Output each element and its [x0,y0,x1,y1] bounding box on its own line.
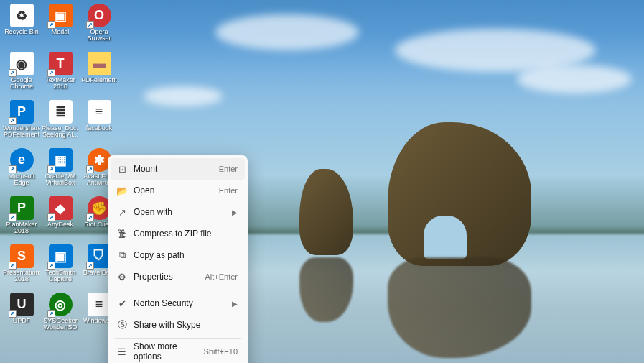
desktop-icon[interactable]: P↗PlanMaker 2018 [3,196,40,242]
desktop-icon-label: facebook [86,125,113,132]
menu-item[interactable]: ⧉Copy as path [111,244,245,266]
menu-item[interactable]: ⓈShare with Skype [111,314,245,336]
menu-item-icon: Ⓢ [115,318,129,331]
shortcut-overlay-icon: ↗ [47,213,55,221]
app-icon: U↗ [10,293,34,316]
desktop-icon[interactable]: ◉↗Google Chrome [3,51,40,98]
cloud-decoration [517,65,632,93]
menu-item[interactable]: ↗Open with▶ [111,201,245,223]
wallpaper-rock [299,169,353,255]
menu-item-icon: ⊡ [115,164,129,175]
app-icon: ▦↗ [49,148,73,172]
desktop-icon[interactable]: ▣↗TechSmith Capture [42,244,79,290]
menu-item[interactable]: ☰Show more optionsShift+F10 [111,341,245,362]
app-icon: S↗ [10,244,34,268]
menu-item[interactable]: ⚙PropertiesAlt+Enter [111,266,245,288]
shortcut-overlay-icon: ↗ [9,69,17,77]
menu-item-icon: ⧉ [115,249,129,261]
menu-item-label: Open with [134,207,232,217]
shortcut-overlay-icon: ↗ [47,165,55,173]
cloud-decoration [215,14,359,50]
desktop-icon-label: TextMaker 2018 [42,77,79,91]
app-icon: ◉↗ [10,52,34,75]
shortcut-overlay-icon: ↗ [86,165,94,173]
app-icon: ≣ [49,100,73,124]
desktop-icon[interactable]: O↗Opera Browser [80,3,118,50]
app-icon: T↗ [49,52,73,75]
desktop-icon[interactable]: ♻Recycle Bin [3,3,40,50]
desktop-icon-label: Medal [52,29,70,35]
menu-item[interactable]: 🗜Compress to ZIP file [111,223,245,244]
shortcut-overlay-icon: ↗ [47,69,55,77]
desktop-icon-label: Microsoft Edge [3,173,40,187]
shortcut-overlay-icon: ↗ [86,213,94,221]
shortcut-overlay-icon: ↗ [86,262,94,270]
desktop-icon[interactable]: ◆↗AnyDesk [42,196,79,242]
menu-item[interactable]: 📂OpenEnter [111,180,245,201]
desktop-icon-label: TechSmith Capture [42,270,79,283]
menu-item-icon: ↗ [115,207,129,218]
menu-item-icon: ✔ [115,298,129,309]
shortcut-overlay-icon: ↗ [9,213,17,221]
context-menu: ⊡MountEnter📂OpenEnter↗Open with▶🗜Compres… [108,155,248,363]
menu-item-label: Properties [134,272,205,282]
menu-item[interactable]: ✔Norton Security▶ [111,293,245,314]
menu-item-label: Mount [134,164,219,174]
desktop[interactable]: ♻Recycle Bin▣↗MedalO↗Opera Browser◉↗Goog… [0,0,644,363]
chevron-right-icon: ▶ [232,208,238,216]
shortcut-overlay-icon: ↗ [9,165,17,173]
desktop-icon[interactable]: e↗Microsoft Edge [3,147,40,194]
shortcut-overlay-icon: ↗ [47,310,55,318]
shortcut-overlay-icon: ↗ [9,262,17,270]
shortcut-overlay-icon: ↗ [47,262,55,270]
desktop-icon-label: Please_Doc... Seeking Al... [42,125,79,139]
menu-item[interactable]: ⊡MountEnter [111,158,245,180]
app-icon: O↗ [88,4,111,27]
desktop-icon-label: PDFelement [81,77,117,83]
desktop-icon[interactable]: ▣↗Medal [42,3,79,50]
desktop-icons-grid: ♻Recycle Bin▣↗MedalO↗Opera Browser◉↗Goog… [3,3,118,339]
desktop-icon[interactable]: S↗Presentations 2018 [3,244,40,290]
desktop-icon[interactable]: ≡facebook [80,99,118,146]
desktop-icon-label: PlanMaker 2018 [3,221,40,235]
desktop-icon[interactable]: P↗Wondershare PDFelement [3,99,40,146]
shortcut-overlay-icon: ↗ [9,310,17,318]
shortcut-overlay-icon: ↗ [47,21,55,29]
desktop-icon[interactable]: ◎↗SYSGeeker WonderISO [42,292,79,339]
desktop-icon-label: AnyDesk [47,221,73,228]
menu-item-accelerator: Shift+F10 [204,347,238,356]
menu-item-label: Copy as path [134,250,238,260]
app-icon: P↗ [10,100,34,124]
desktop-icon-label: SYSGeeker WonderISO [42,318,79,331]
wallpaper-reflection [388,257,531,358]
menu-item-icon: ☰ [115,346,129,357]
menu-item-icon: 🗜 [115,229,129,239]
app-icon: ♻ [10,4,34,27]
desktop-icon-label: Wondershare PDFelement [3,125,40,139]
desktop-icon-label: Google Chrome [3,77,40,91]
menu-separator [115,290,241,290]
desktop-icon[interactable]: ▦↗Oracle VM VirtualBox [42,147,79,194]
menu-item-label: Share with Skype [134,320,238,330]
menu-item-label: Open [134,185,219,196]
chevron-right-icon: ▶ [232,300,238,308]
app-icon: ▬ [88,52,111,75]
desktop-icon[interactable]: ▬PDFelement [80,51,118,98]
app-icon: ▣↗ [49,4,73,27]
desktop-icon[interactable]: ≣Please_Doc... Seeking Al... [42,99,79,146]
menu-item-accelerator: Enter [219,186,238,195]
menu-item-label: Norton Security [134,298,232,308]
shortcut-overlay-icon: ↗ [9,117,17,125]
menu-item-accelerator: Enter [219,165,238,173]
desktop-icon[interactable]: U↗UPDF [3,292,40,339]
app-icon: P↗ [10,196,34,220]
wallpaper-rock-arch [424,216,467,259]
menu-item-accelerator: Alt+Enter [205,272,238,281]
desktop-icon-label: UPDF [13,318,31,324]
app-icon: e↗ [10,148,34,172]
desktop-icon[interactable]: T↗TextMaker 2018 [42,51,79,98]
app-icon: ◎↗ [49,293,73,316]
menu-separator [115,338,241,339]
cloud-decoration [144,86,223,106]
desktop-icon-label: Presentations 2018 [3,270,40,283]
